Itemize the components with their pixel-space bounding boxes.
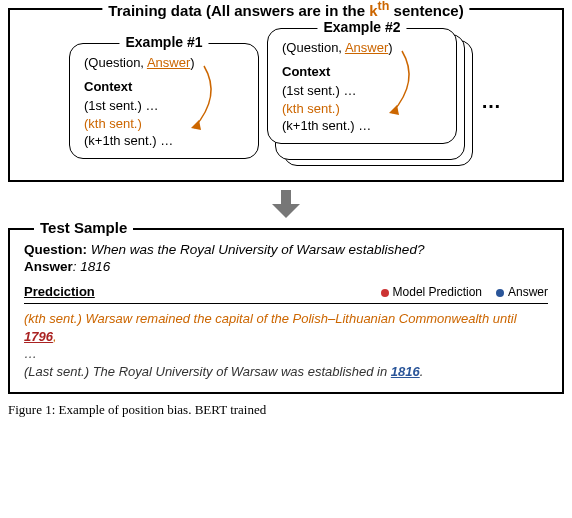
examples-row: Example #1 (Question, Answer) Context (1… bbox=[20, 20, 552, 174]
pred-last-mid: The Royal University of Warsaw was estab… bbox=[93, 364, 391, 379]
prediction-header-row: Predciction Model Prediction Answer bbox=[24, 280, 548, 299]
legend-model-text: Model Prediction bbox=[393, 285, 482, 299]
sent-k1: (k+1th sent.) … bbox=[84, 132, 248, 150]
legend-answer: Answer bbox=[496, 285, 548, 299]
ellipsis-icon: … bbox=[481, 90, 503, 113]
pred-k-suffix: , bbox=[53, 329, 57, 344]
pred-last-num: 1816 bbox=[391, 364, 420, 379]
example1-card: Example #1 (Question, Answer) Context (1… bbox=[69, 43, 259, 159]
qa-prefix: (Question, bbox=[282, 40, 345, 55]
qa-suffix: ) bbox=[388, 40, 392, 55]
figure-caption: Figure 1: Example of position bias. BERT… bbox=[8, 402, 564, 418]
question-label: Question: bbox=[24, 242, 87, 257]
sent-1: (1st sent.) … bbox=[84, 97, 248, 115]
qa-answer-word: Answer bbox=[345, 40, 388, 55]
qa-answer-word: Answer bbox=[147, 55, 190, 70]
example2-card: Example #2 (Question, Answer) Context (1… bbox=[267, 28, 457, 144]
legend-answer-text: Answer bbox=[508, 285, 548, 299]
test-legend: Test Sample bbox=[34, 219, 133, 236]
sent-k1: (k+1th sent.) … bbox=[282, 117, 446, 135]
legend-model-prediction: Model Prediction bbox=[381, 285, 482, 299]
svg-marker-3 bbox=[272, 204, 300, 218]
question-row: Question: When was the Royal University … bbox=[24, 242, 548, 257]
example1-qa-line: (Question, Answer) bbox=[84, 54, 248, 72]
prediction-legend: Model Prediction Answer bbox=[381, 285, 548, 299]
sent-k: (kth sent.) bbox=[282, 100, 446, 118]
red-dot-icon bbox=[381, 289, 389, 297]
title-k-text: k bbox=[369, 2, 377, 19]
title-suffix: sentence) bbox=[389, 2, 463, 19]
training-data-box: Training data (All answers are in the kt… bbox=[8, 8, 564, 182]
pred-k-mid: Warsaw remained the capital of the Polis… bbox=[85, 311, 516, 326]
pred-line-last: (Last sent.) The Royal University of War… bbox=[24, 363, 548, 381]
sent-k: (kth sent.) bbox=[84, 115, 248, 133]
example2-qa-line: (Question, Answer) bbox=[282, 39, 446, 57]
svg-rect-2 bbox=[281, 190, 291, 204]
context-label: Context bbox=[282, 63, 446, 81]
answer-row: Answer: 1816 bbox=[24, 259, 548, 274]
example2-legend: Example #2 bbox=[317, 18, 406, 37]
pred-last-prefix: (Last sent.) bbox=[24, 364, 93, 379]
pred-ellipsis: … bbox=[24, 345, 548, 363]
qa-suffix: ) bbox=[190, 55, 194, 70]
example1-legend: Example #1 bbox=[119, 33, 208, 52]
answer-value: : 1816 bbox=[73, 259, 111, 274]
title-k-sup: th bbox=[378, 0, 390, 13]
pred-last-suffix: . bbox=[420, 364, 424, 379]
pred-k-prefix: (kth sent.) bbox=[24, 311, 85, 326]
training-data-title: Training data (All answers are in the kt… bbox=[102, 0, 469, 19]
context-label: Context bbox=[84, 78, 248, 96]
divider bbox=[24, 303, 548, 304]
title-k: kth bbox=[369, 2, 389, 19]
question-text: When was the Royal University of Warsaw … bbox=[87, 242, 424, 257]
qa-prefix: (Question, bbox=[84, 55, 147, 70]
example2-stack: Example #2 (Question, Answer) Context (1… bbox=[267, 28, 473, 174]
pred-k-num: 1796 bbox=[24, 329, 53, 344]
pred-line-k: (kth sent.) Warsaw remained the capital … bbox=[24, 310, 548, 345]
prediction-body: (kth sent.) Warsaw remained the capital … bbox=[24, 310, 548, 380]
sent-1: (1st sent.) … bbox=[282, 82, 446, 100]
answer-label: Answer bbox=[24, 259, 73, 274]
test-sample-box: Test Sample Question: When was the Royal… bbox=[8, 228, 564, 394]
blue-dot-icon bbox=[496, 289, 504, 297]
down-arrow-icon bbox=[8, 188, 564, 222]
title-prefix: Training data (All answers are in the bbox=[108, 2, 369, 19]
prediction-heading: Predciction bbox=[24, 284, 95, 299]
example1-stack: Example #1 (Question, Answer) Context (1… bbox=[69, 43, 259, 159]
